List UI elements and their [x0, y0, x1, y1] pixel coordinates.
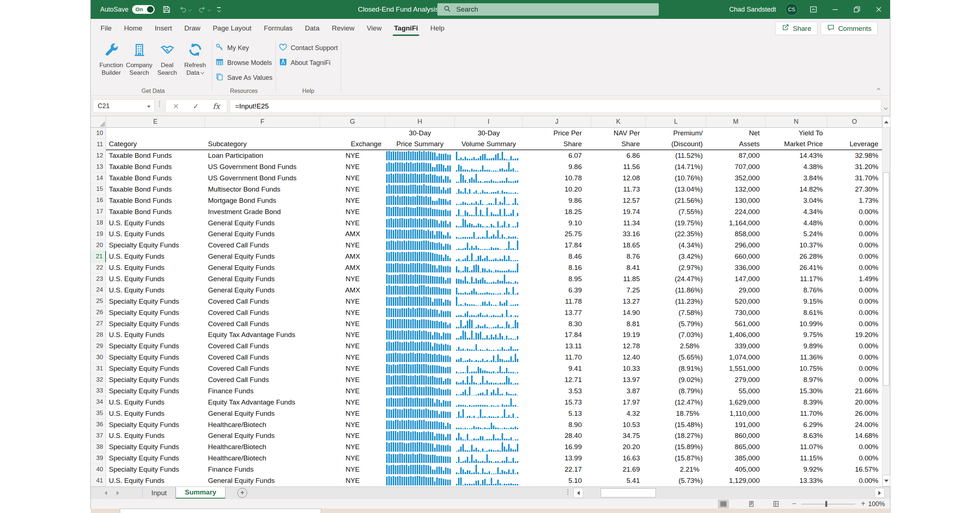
undo-button[interactable] [178, 5, 191, 14]
tab-review[interactable]: Review [326, 19, 360, 38]
cell-M27[interactable]: 561,000 [706, 318, 765, 329]
cell-M20[interactable]: 296,000 [706, 240, 765, 251]
cell-H27[interactable] [385, 318, 455, 329]
cell-M38[interactable]: 865,000 [706, 442, 765, 453]
cell-G17[interactable]: NYE [320, 206, 385, 217]
cell-L37[interactable]: (18.27%) [646, 430, 706, 442]
cell-H37[interactable] [385, 430, 455, 442]
cell-J17[interactable]: 18.25 [523, 206, 591, 217]
cell-M39[interactable]: 385,000 [706, 453, 765, 464]
cell-M30[interactable]: 1,074,000 [706, 352, 765, 363]
cell-K15[interactable]: 11.73 [591, 184, 646, 195]
cell-I34[interactable] [455, 397, 523, 408]
cell-G41[interactable]: NYE [320, 475, 385, 486]
header-cell-I11[interactable]: Volume Summary [455, 139, 523, 150]
cell-N36[interactable]: 6.29% [765, 419, 827, 430]
row-header-23[interactable]: 23 [91, 273, 106, 285]
row-header-10[interactable]: 10 [91, 128, 106, 139]
cell-J38[interactable]: 16.99 [523, 442, 591, 453]
cell-E29[interactable]: Specialty Equity Funds [106, 341, 205, 352]
cell-F30[interactable]: Covered Call Funds [205, 352, 320, 363]
cell-I28[interactable] [455, 329, 523, 341]
browse-models-button[interactable]: Browse Models [215, 58, 273, 68]
formula-input[interactable]: =Input!E25 [230, 99, 881, 113]
cell-F24[interactable]: General Equity Funds [205, 284, 320, 296]
cell-H39[interactable] [385, 453, 455, 464]
cell-G34[interactable]: NYE [320, 397, 385, 408]
cell-K22[interactable]: 8.41 [591, 262, 646, 273]
cell-F18[interactable]: General Equity Funds [205, 217, 320, 229]
cell-G32[interactable]: NYE [320, 375, 385, 386]
tab-page-layout[interactable]: Page Layout [207, 19, 258, 38]
cell-H31[interactable] [385, 363, 455, 375]
zoom-slider[interactable] [802, 504, 855, 504]
cell-H32[interactable] [385, 375, 455, 386]
minimize-button[interactable] [829, 3, 842, 16]
cell-F26[interactable]: Covered Call Funds [205, 307, 320, 318]
cell-N37[interactable]: 8.63% [765, 430, 827, 442]
cell-M13[interactable]: 707,000 [706, 162, 765, 173]
cell-O34[interactable]: 20.00% [827, 397, 882, 408]
cell-F20[interactable]: Covered Call Funds [205, 240, 320, 251]
cell-L30[interactable]: (5.65%) [646, 352, 706, 363]
cell-K38[interactable]: 20.20 [591, 442, 646, 453]
tab-data[interactable]: Data [299, 19, 326, 38]
row-header-21[interactable]: 21 [91, 251, 106, 262]
cell-J26[interactable]: 13.77 [523, 307, 591, 318]
cell-L34[interactable]: (12.47%) [646, 397, 706, 408]
cell-K33[interactable]: 3.87 [591, 385, 646, 397]
cell-O25[interactable]: 0.00% [827, 296, 882, 307]
cell-J39[interactable]: 13.99 [523, 453, 591, 464]
cell-I23[interactable] [455, 273, 523, 285]
cell-N15[interactable]: 14.82% [765, 184, 827, 195]
cell-M33[interactable]: 55,000 [706, 385, 765, 397]
search-input[interactable] [456, 5, 630, 13]
deal-search-button[interactable]: Deal Search [153, 40, 181, 77]
cell-F32[interactable]: Covered Call Funds [205, 375, 320, 386]
cell-G28[interactable]: NYE [320, 329, 385, 341]
cell-H28[interactable] [385, 329, 455, 341]
cell-F14[interactable]: US Government Bond Funds [205, 173, 320, 184]
cell-H17[interactable] [385, 206, 455, 217]
cell-K17[interactable]: 19.74 [591, 206, 646, 217]
cell-E34[interactable]: U.S. Equity Funds [106, 397, 205, 408]
save-as-values-button[interactable]: Save As Values [215, 73, 273, 83]
cell-F19[interactable]: General Equity Funds [205, 229, 320, 240]
cell-E41[interactable]: U.S. Equity Funds [106, 475, 205, 486]
cell-F37[interactable]: General Equity Funds [205, 430, 320, 442]
cell-O14[interactable]: 31.70% [827, 173, 882, 184]
user-name[interactable]: Chad Sandstedt [729, 6, 776, 13]
cell-O32[interactable]: 0.00% [827, 375, 882, 386]
cell-I33[interactable] [455, 385, 523, 397]
cell-L38[interactable]: (15.89%) [646, 442, 706, 453]
cell-K24[interactable]: 7.25 [591, 284, 646, 296]
cell-J13[interactable]: 9.86 [523, 162, 591, 173]
name-box[interactable]: C21 [93, 99, 154, 113]
cell-K19[interactable]: 33.16 [591, 229, 646, 240]
row-header-41[interactable]: 41 [91, 475, 106, 486]
cell-M40[interactable]: 405,000 [706, 464, 765, 475]
cell-G40[interactable]: NYE [320, 464, 385, 475]
cell-N18[interactable]: 4.48% [765, 217, 827, 229]
cell-F39[interactable]: Healthcare/Biotech [205, 453, 320, 464]
function-builder-button[interactable]: Function Builder [97, 40, 125, 77]
cell-F22[interactable]: General Equity Funds [205, 262, 320, 273]
cell-L14[interactable]: (10.76%) [646, 173, 706, 184]
cell-K39[interactable]: 16.63 [591, 453, 646, 464]
row-header-39[interactable]: 39 [91, 453, 106, 464]
cell-F27[interactable]: Covered Call Funds [205, 318, 320, 329]
cell-M28[interactable]: 1,406,000 [706, 329, 765, 341]
tab-view[interactable]: View [361, 19, 388, 38]
header-cell-G10[interactable] [320, 128, 385, 139]
cell-I21[interactable] [455, 251, 523, 262]
row-header-22[interactable]: 22 [91, 262, 106, 273]
tab-insert[interactable]: Insert [148, 19, 178, 38]
cell-N31[interactable]: 10.75% [765, 363, 827, 375]
cell-L23[interactable]: (24.47%) [646, 273, 706, 285]
cell-O12[interactable]: 32.98% [827, 150, 882, 162]
cell-G27[interactable]: NYE [320, 318, 385, 329]
header-cell-F10[interactable] [205, 128, 320, 139]
cell-L36[interactable]: (15.48%) [646, 419, 706, 430]
row-header-19[interactable]: 19 [91, 229, 106, 240]
cell-N23[interactable]: 11.17% [765, 273, 827, 285]
